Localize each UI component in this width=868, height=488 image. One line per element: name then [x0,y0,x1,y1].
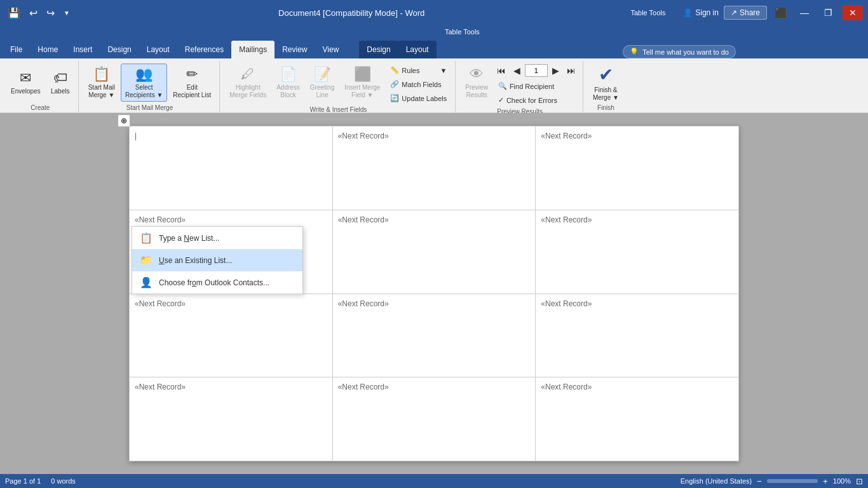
title-text: Document4 [Compatibility Mode] - Word [78,8,626,18]
ribbon-group-finish: ✔ Finish &Merge ▼ Finish [585,61,627,112]
match-icon: 🔗 [390,80,399,88]
nav-row: ⏮ ◀ ▶ ⏭ [494,64,579,78]
save-button[interactable]: 💾 [5,6,23,20]
tab-review[interactable]: Review [275,41,315,58]
nav-next-button[interactable]: ▶ [549,64,562,78]
table-row: «Next Record» «Next Record» «Next Record… [130,294,739,377]
table-row: | «Next Record» «Next Record» [130,126,739,210]
tell-me-input[interactable]: 💡 Tell me what you want to do [623,45,736,58]
minimize-button[interactable]: — [795,5,814,20]
envelopes-button[interactable]: ✉ Envelopes [6,64,45,102]
mail-merge-icon: 📋 [93,66,110,83]
nav-page-input[interactable] [525,64,548,77]
nav-first-button[interactable]: ⏮ [494,64,509,78]
ribbon: ✉ Envelopes 🏷 Labels Create 📋 Start Mail… [0,58,868,113]
label-cell-r2c1[interactable]: «Next Record» [332,294,536,377]
label-cell-r3c0[interactable]: «Next Record» [130,377,333,461]
nav-prev-button[interactable]: ◀ [510,64,524,78]
check-errors-button[interactable]: ✓ Check for Errors [494,93,579,107]
page-indicator: Page 1 of 1 [5,477,41,485]
rules-button[interactable]: 📏 Rules ▼ [386,64,451,77]
label-cell-r2c2[interactable]: «Next Record» [536,294,739,377]
label-cell-r1c2[interactable]: «Next Record» [536,210,739,294]
rules-icon: 📏 [390,66,399,74]
start-mail-merge-buttons: 📋 Start MailMerge ▼ 👥 SelectRecipients ▼… [84,64,216,103]
greeting-line-button[interactable]: 📝 GreetingLine [306,64,339,102]
tab-mailings[interactable]: Mailings [231,41,275,58]
label-cell-r3c2[interactable]: «Next Record» [536,377,739,461]
create-buttons: ✉ Envelopes 🏷 Labels [6,64,74,103]
tab-table-design[interactable]: Design [359,41,398,58]
redo-button[interactable]: ↪ [44,6,57,20]
label-cell-r3c1[interactable]: «Next Record» [332,377,536,461]
undo-button[interactable]: ↩ [27,6,40,20]
share-button[interactable]: ↗ Share [724,6,767,20]
highlight-merge-fields-button[interactable]: 🖊 HighlightMerge Fields [225,64,271,102]
tab-home[interactable]: Home [30,41,65,58]
nav-and-small: ⏮ ◀ ▶ ⏭ 🔍 Find Recipient ✓ Check for Err… [494,64,579,107]
finish-icon: ✔ [599,64,613,85]
match-fields-button[interactable]: 🔗 Match Fields [386,78,451,91]
edit-list-icon: ✏ [186,66,198,83]
dropdown-item-choose-outlook[interactable]: 👤 Choose from Outlook Contacts... [132,271,302,294]
dropdown-item-type-new[interactable]: 📋 Type a New List... [132,227,302,249]
signin-button[interactable]: 👤 Sign in [683,8,719,17]
preview-results-button[interactable]: 👁 PreviewResults [461,64,492,102]
zoom-in-button[interactable]: + [823,477,828,486]
customize-qat-button[interactable]: ▼ [61,8,72,18]
tab-design[interactable]: Design [100,41,139,58]
preview-icon: 👁 [470,66,484,83]
label-icon: 🏷 [53,70,67,86]
tab-table-layout[interactable]: Layout [398,41,437,58]
status-bar: Page 1 of 1 0 words English (United Stat… [0,474,868,488]
select-recipients-button[interactable]: 👥 SelectRecipients ▼ [121,64,167,102]
write-insert-small-buttons: 📏 Rules ▼ 🔗 Match Fields 🔄 Update Labels [386,64,451,105]
document-title: Document4 [Compatibility Mode] - Word [278,8,424,18]
zoom-slider[interactable] [767,479,818,483]
zoom-level: 100% [833,477,851,485]
label-cell-r0c0[interactable]: | [130,126,333,210]
finish-merge-button[interactable]: ✔ Finish &Merge ▼ [588,64,623,102]
window-controls: Table Tools 👤 Sign in ↗ Share ⬛ — ❐ ✕ [625,5,868,20]
start-mail-merge-button[interactable]: 📋 Start MailMerge ▼ [84,64,119,102]
edit-recipient-list-button[interactable]: ✏ EditRecipient List [168,64,215,102]
merge-field-icon: ⬛ [354,66,371,83]
tab-insert[interactable]: Insert [65,41,100,58]
label-cell-r2c0[interactable]: «Next Record» [130,294,333,377]
tab-references[interactable]: References [177,41,231,58]
finish-buttons: ✔ Finish &Merge ▼ [588,64,623,103]
restore-button[interactable]: ❐ [819,5,837,20]
title-bar: 💾 ↩ ↪ ▼ Document4 [Compatibility Mode] -… [0,0,868,25]
tab-view[interactable]: View [315,41,347,58]
lightbulb-icon: 💡 [630,48,639,56]
labels-button[interactable]: 🏷 Labels [46,64,74,102]
ribbon-tabs: File Home Insert Design Layout Reference… [0,38,868,58]
fit-page-button[interactable]: ⊡ [856,477,863,486]
update-labels-button[interactable]: 🔄 Update Labels [386,92,451,105]
update-icon: 🔄 [390,94,399,102]
label-cell-r1c1[interactable]: «Next Record» [332,210,536,294]
ribbon-group-preview-results: 👁 PreviewResults ⏮ ◀ ▶ ⏭ 🔍 Find Recipien… [457,61,583,112]
tab-layout[interactable]: Layout [139,41,177,58]
tab-file[interactable]: File [3,41,30,58]
collapse-ribbon-button[interactable]: ⬛ [772,6,790,20]
insert-merge-field-button[interactable]: ⬛ Insert MergeField ▼ [340,64,384,102]
document-area: ⊕ | «Next Record» «Next Record» «Next Re… [0,113,868,474]
check-icon: ✓ [498,96,504,104]
table-move-handle[interactable]: ⊕ [118,114,130,127]
share-icon: ↗ [731,8,737,17]
greeting-icon: 📝 [314,66,331,83]
recipients-icon: 👥 [135,66,153,83]
label-cell-r0c1[interactable]: «Next Record» [332,126,536,210]
label-cell-r0c2[interactable]: «Next Record» [536,126,739,210]
close-button[interactable]: ✕ [843,5,863,20]
zoom-out-button[interactable]: − [757,477,762,486]
select-recipients-dropdown: 📋 Type a New List... 📁 Use an Existing L… [132,226,303,294]
table-tools-tab-label: Table Tools [445,28,480,36]
dropdown-item-use-existing[interactable]: 📁 Use an Existing List... [132,249,302,271]
address-block-button[interactable]: 📄 AddressBlock [272,64,304,102]
find-recipient-button[interactable]: 🔍 Find Recipient [494,79,579,93]
nav-last-button[interactable]: ⏭ [564,64,579,78]
word-count: 0 words [51,477,76,485]
type-new-icon: 📋 [140,232,153,244]
